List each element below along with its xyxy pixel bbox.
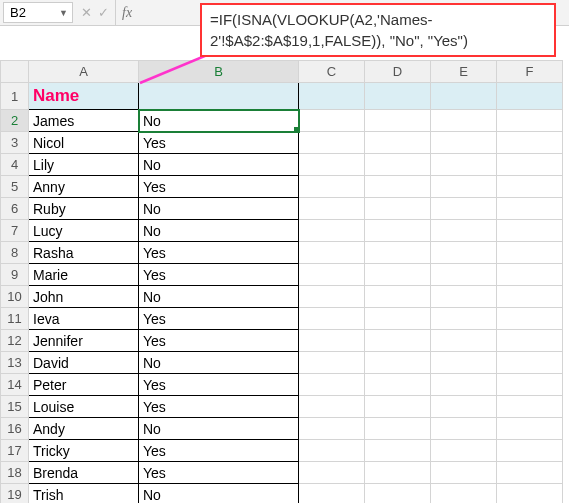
cell-E18[interactable] xyxy=(431,462,497,484)
row-header-18[interactable]: 18 xyxy=(1,462,29,484)
cell-C6[interactable] xyxy=(299,198,365,220)
cell-F9[interactable] xyxy=(497,264,563,286)
cell-F18[interactable] xyxy=(497,462,563,484)
cell-D12[interactable] xyxy=(365,330,431,352)
cell-C16[interactable] xyxy=(299,418,365,440)
row-header-19[interactable]: 19 xyxy=(1,484,29,504)
cell-B18[interactable]: Yes xyxy=(139,462,299,484)
cell-B10[interactable]: No xyxy=(139,286,299,308)
cell-A4[interactable]: Lily xyxy=(29,154,139,176)
cell-A19[interactable]: Trish xyxy=(29,484,139,504)
cell-A15[interactable]: Louise xyxy=(29,396,139,418)
row-header-16[interactable]: 16 xyxy=(1,418,29,440)
cell-E15[interactable] xyxy=(431,396,497,418)
cell-D2[interactable] xyxy=(365,110,431,132)
cell-E9[interactable] xyxy=(431,264,497,286)
cell-D14[interactable] xyxy=(365,374,431,396)
cell-D16[interactable] xyxy=(365,418,431,440)
cell-E10[interactable] xyxy=(431,286,497,308)
cell-D1[interactable] xyxy=(365,83,431,110)
select-all-corner[interactable] xyxy=(1,61,29,83)
cell-E12[interactable] xyxy=(431,330,497,352)
row-header-7[interactable]: 7 xyxy=(1,220,29,242)
cell-F8[interactable] xyxy=(497,242,563,264)
cell-F6[interactable] xyxy=(497,198,563,220)
cell-F19[interactable] xyxy=(497,484,563,504)
cell-E6[interactable] xyxy=(431,198,497,220)
cell-B11[interactable]: Yes xyxy=(139,308,299,330)
row-header-15[interactable]: 15 xyxy=(1,396,29,418)
cell-E1[interactable] xyxy=(431,83,497,110)
row-header-11[interactable]: 11 xyxy=(1,308,29,330)
cell-A13[interactable]: David xyxy=(29,352,139,374)
row-header-9[interactable]: 9 xyxy=(1,264,29,286)
cell-D4[interactable] xyxy=(365,154,431,176)
cell-A1[interactable]: Name xyxy=(29,83,139,110)
col-header-D[interactable]: D xyxy=(365,61,431,83)
spreadsheet-grid[interactable]: A B C D E F 1 Name 2JamesNo3NicolYes4Lil… xyxy=(0,60,569,503)
cell-A10[interactable]: John xyxy=(29,286,139,308)
cell-C10[interactable] xyxy=(299,286,365,308)
row-header-1[interactable]: 1 xyxy=(1,83,29,110)
cell-F14[interactable] xyxy=(497,374,563,396)
cell-D7[interactable] xyxy=(365,220,431,242)
cell-B8[interactable]: Yes xyxy=(139,242,299,264)
row-header-13[interactable]: 13 xyxy=(1,352,29,374)
cell-B2[interactable]: No xyxy=(139,110,299,132)
row-header-5[interactable]: 5 xyxy=(1,176,29,198)
cell-C13[interactable] xyxy=(299,352,365,374)
row-header-2[interactable]: 2 xyxy=(1,110,29,132)
cell-B5[interactable]: Yes xyxy=(139,176,299,198)
cell-B13[interactable]: No xyxy=(139,352,299,374)
cell-C19[interactable] xyxy=(299,484,365,504)
cell-F5[interactable] xyxy=(497,176,563,198)
cell-B7[interactable]: No xyxy=(139,220,299,242)
row-header-14[interactable]: 14 xyxy=(1,374,29,396)
cell-C12[interactable] xyxy=(299,330,365,352)
cell-E2[interactable] xyxy=(431,110,497,132)
cell-D11[interactable] xyxy=(365,308,431,330)
cell-B14[interactable]: Yes xyxy=(139,374,299,396)
cell-B4[interactable]: No xyxy=(139,154,299,176)
col-header-E[interactable]: E xyxy=(431,61,497,83)
cell-B9[interactable]: Yes xyxy=(139,264,299,286)
cell-E19[interactable] xyxy=(431,484,497,504)
row-header-12[interactable]: 12 xyxy=(1,330,29,352)
cell-A18[interactable]: Brenda xyxy=(29,462,139,484)
cell-E13[interactable] xyxy=(431,352,497,374)
cell-C15[interactable] xyxy=(299,396,365,418)
row-header-17[interactable]: 17 xyxy=(1,440,29,462)
cell-E14[interactable] xyxy=(431,374,497,396)
cell-F2[interactable] xyxy=(497,110,563,132)
cell-D17[interactable] xyxy=(365,440,431,462)
cell-D19[interactable] xyxy=(365,484,431,504)
cell-C9[interactable] xyxy=(299,264,365,286)
cell-F11[interactable] xyxy=(497,308,563,330)
cell-C7[interactable] xyxy=(299,220,365,242)
cell-B19[interactable]: No xyxy=(139,484,299,504)
cell-E5[interactable] xyxy=(431,176,497,198)
name-box-dropdown-icon[interactable]: ▼ xyxy=(59,8,68,18)
cell-F3[interactable] xyxy=(497,132,563,154)
cell-D13[interactable] xyxy=(365,352,431,374)
cell-B17[interactable]: Yes xyxy=(139,440,299,462)
cell-E16[interactable] xyxy=(431,418,497,440)
col-header-C[interactable]: C xyxy=(299,61,365,83)
confirm-icon[interactable]: ✓ xyxy=(98,5,109,20)
cell-E11[interactable] xyxy=(431,308,497,330)
cell-D18[interactable] xyxy=(365,462,431,484)
cell-E17[interactable] xyxy=(431,440,497,462)
cell-D10[interactable] xyxy=(365,286,431,308)
cell-F16[interactable] xyxy=(497,418,563,440)
cell-D5[interactable] xyxy=(365,176,431,198)
cell-B1[interactable] xyxy=(139,83,299,110)
cell-E4[interactable] xyxy=(431,154,497,176)
col-header-B[interactable]: B xyxy=(139,61,299,83)
row-header-10[interactable]: 10 xyxy=(1,286,29,308)
cell-C2[interactable] xyxy=(299,110,365,132)
cell-A6[interactable]: Ruby xyxy=(29,198,139,220)
cell-A17[interactable]: Tricky xyxy=(29,440,139,462)
cell-C14[interactable] xyxy=(299,374,365,396)
cell-A7[interactable]: Lucy xyxy=(29,220,139,242)
cell-E3[interactable] xyxy=(431,132,497,154)
